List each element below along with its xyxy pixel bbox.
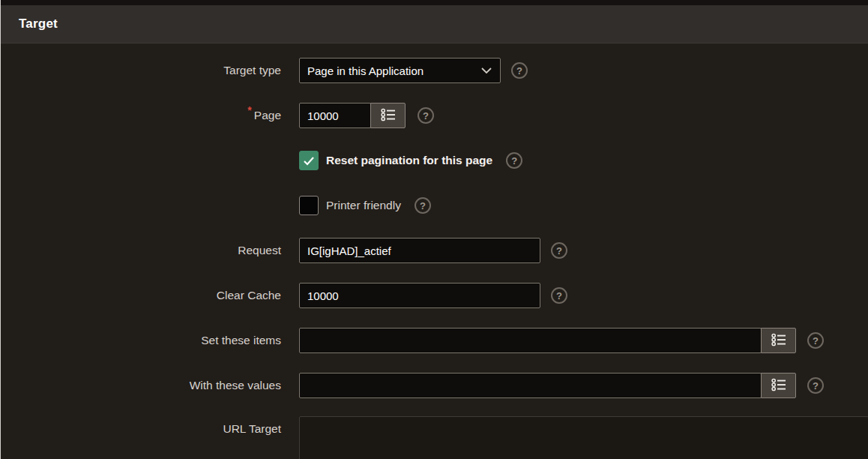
clear-cache-input[interactable] <box>299 283 540 308</box>
chevron-down-icon <box>480 67 492 74</box>
set-these-items-label: Set these items <box>1 334 281 347</box>
reset-pagination-checkbox[interactable] <box>299 151 319 170</box>
page-input[interactable] <box>299 103 371 128</box>
target-type-row: Target type Page in this Application ? <box>1 58 528 83</box>
url-target-row: URL Target <box>1 416 868 459</box>
page-label-wrap: *Page <box>1 109 281 122</box>
request-input[interactable] <box>299 238 540 263</box>
set-these-items-row: Set these items ? <box>1 328 824 353</box>
help-icon[interactable]: ? <box>551 242 567 259</box>
request-row: Request ? <box>1 238 567 263</box>
clear-cache-row: Clear Cache ? <box>1 283 567 308</box>
help-icon[interactable]: ? <box>415 197 431 214</box>
dialog-title: Target <box>19 16 58 32</box>
target-dialog: Target Target type Page in this Applicat… <box>0 0 868 459</box>
help-icon[interactable]: ? <box>807 377 824 394</box>
with-these-values-lov-button[interactable] <box>761 373 796 398</box>
reset-pagination-label: Reset pagination for this page <box>326 154 492 167</box>
page-label: Page <box>254 109 281 122</box>
list-of-values-icon <box>381 108 396 124</box>
set-these-items-lov-button[interactable] <box>761 328 796 353</box>
printer-friendly-checkbox[interactable] <box>299 196 319 215</box>
list-of-values-icon <box>771 333 786 349</box>
url-target-textarea[interactable] <box>299 416 868 459</box>
clear-cache-label: Clear Cache <box>1 289 281 302</box>
target-type-selected-value: Page in this Application <box>307 64 424 77</box>
printer-friendly-row: Printer friendly ? <box>1 196 431 215</box>
with-these-values-row: With these values ? <box>1 373 824 398</box>
page-row: *Page ? <box>1 103 434 128</box>
dialog-header: Target <box>1 5 868 44</box>
printer-friendly-label: Printer friendly <box>326 199 401 212</box>
target-type-label: Target type <box>1 64 281 77</box>
help-icon[interactable]: ? <box>551 287 567 304</box>
reset-pagination-row: Reset pagination for this page ? <box>1 151 522 170</box>
list-of-values-icon <box>771 378 786 394</box>
with-these-values-input[interactable] <box>299 373 762 398</box>
help-icon[interactable]: ? <box>511 62 528 79</box>
dialog-top-strip <box>1 0 868 5</box>
help-icon[interactable]: ? <box>506 152 522 169</box>
page-lov-button[interactable] <box>370 103 406 128</box>
target-type-select[interactable]: Page in this Application <box>299 58 501 83</box>
required-marker: * <box>247 104 251 116</box>
help-icon[interactable]: ? <box>807 332 824 349</box>
request-label: Request <box>1 244 281 257</box>
with-these-values-label: With these values <box>1 379 281 392</box>
set-these-items-input[interactable] <box>299 328 762 353</box>
url-target-label: URL Target <box>1 416 281 436</box>
help-icon[interactable]: ? <box>418 107 434 124</box>
